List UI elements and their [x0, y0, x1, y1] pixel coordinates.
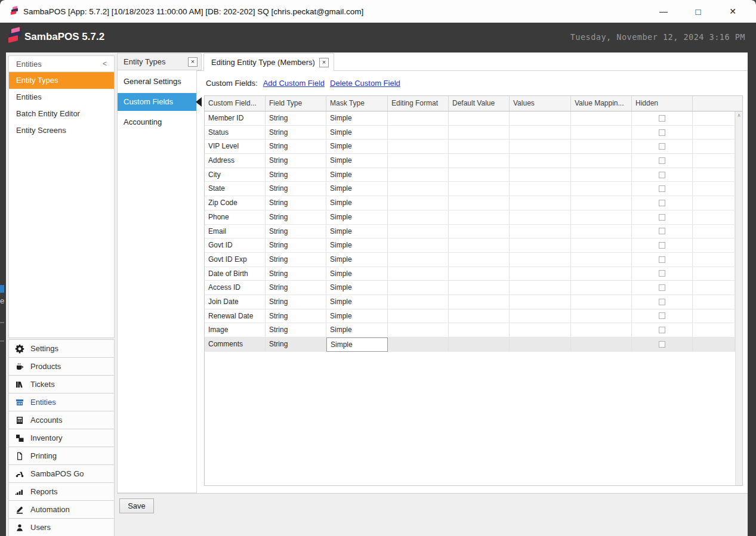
- cell-editing-format[interactable]: [388, 253, 449, 267]
- table-row[interactable]: Join DateStringSimple: [205, 295, 742, 309]
- hidden-checkbox[interactable]: [659, 129, 665, 136]
- cell-value-mappings[interactable]: [571, 225, 632, 239]
- cell-hidden[interactable]: [632, 295, 693, 309]
- cell-hidden[interactable]: [632, 196, 693, 210]
- cell-values[interactable]: [510, 126, 571, 140]
- cell-value-mappings[interactable]: [571, 126, 632, 140]
- cell-value-mappings[interactable]: [571, 168, 632, 182]
- cell-custom-field-name[interactable]: Access ID: [205, 281, 266, 295]
- cell-value-mappings[interactable]: [571, 309, 632, 324]
- cell-custom-field-name[interactable]: City: [205, 168, 266, 182]
- close-icon[interactable]: ×: [188, 57, 198, 67]
- table-row[interactable]: EmailStringSimple: [205, 225, 742, 239]
- table-row[interactable]: CommentsStringSimple: [205, 337, 742, 352]
- cell-hidden[interactable]: [632, 210, 693, 225]
- cell-editing-format[interactable]: [388, 267, 449, 281]
- cell-empty[interactable]: [693, 182, 735, 196]
- cell-custom-field-name[interactable]: Image: [205, 323, 266, 337]
- column-header-editing-format[interactable]: Editing Format: [388, 96, 449, 111]
- cell-field-type[interactable]: String: [266, 154, 326, 168]
- cell-values[interactable]: [510, 281, 571, 295]
- cell-editing-format[interactable]: [388, 111, 449, 126]
- cell-value-mappings[interactable]: [571, 281, 632, 295]
- cell-default-value[interactable]: [449, 309, 510, 324]
- cell-editing-format[interactable]: [388, 323, 449, 337]
- cell-mask-type[interactable]: Simple: [326, 196, 388, 210]
- cell-empty[interactable]: [693, 210, 735, 225]
- cell-mask-type[interactable]: Simple: [326, 267, 388, 281]
- cell-hidden[interactable]: [632, 267, 693, 281]
- tab-entity-types[interactable]: Entity Types ×: [117, 53, 202, 70]
- cell-value-mappings[interactable]: [571, 267, 632, 281]
- cell-field-type[interactable]: String: [266, 238, 326, 253]
- maximize-icon[interactable]: □: [681, 0, 715, 23]
- cell-custom-field-name[interactable]: Govt ID Exp: [205, 253, 266, 267]
- cell-default-value[interactable]: [449, 111, 510, 126]
- table-row[interactable]: Date of BirthStringSimple: [205, 267, 742, 281]
- cell-field-type[interactable]: String: [266, 196, 326, 210]
- cell-values[interactable]: [510, 267, 571, 281]
- cell-default-value[interactable]: [449, 295, 510, 309]
- cell-field-type[interactable]: String: [266, 295, 326, 309]
- hidden-checkbox[interactable]: [659, 228, 665, 234]
- cell-empty[interactable]: [693, 281, 735, 295]
- cell-editing-format[interactable]: [388, 154, 449, 168]
- cell-hidden[interactable]: [632, 337, 693, 352]
- nav-item-products[interactable]: Products: [8, 357, 115, 376]
- cell-field-type[interactable]: String: [266, 210, 326, 225]
- cell-hidden[interactable]: [632, 309, 693, 324]
- cell-value-mappings[interactable]: [571, 140, 632, 154]
- cell-mask-type[interactable]: Simple: [326, 168, 388, 182]
- cell-default-value[interactable]: [449, 168, 510, 182]
- cell-field-type[interactable]: String: [266, 309, 326, 324]
- cell-values[interactable]: [510, 225, 571, 239]
- column-header-mask-type[interactable]: Mask Type: [326, 96, 388, 111]
- cell-values[interactable]: [510, 295, 571, 309]
- section-item-custom-fields[interactable]: Custom Fields: [118, 93, 196, 111]
- cell-custom-field-name[interactable]: Join Date: [205, 295, 266, 309]
- cell-hidden[interactable]: [632, 182, 693, 196]
- column-header-empty[interactable]: [693, 96, 742, 111]
- table-row[interactable]: CityStringSimple: [205, 168, 742, 182]
- hidden-checkbox[interactable]: [659, 200, 665, 206]
- cell-editing-format[interactable]: [388, 182, 449, 196]
- table-row[interactable]: Zip CodeStringSimple: [205, 196, 742, 210]
- cell-default-value[interactable]: [449, 140, 510, 154]
- hidden-checkbox[interactable]: [659, 299, 665, 305]
- cell-values[interactable]: [510, 309, 571, 324]
- cell-default-value[interactable]: [449, 267, 510, 281]
- hidden-checkbox[interactable]: [659, 214, 665, 221]
- cell-mask-type[interactable]: Simple: [326, 281, 388, 295]
- cell-default-value[interactable]: [449, 126, 510, 140]
- cell-default-value[interactable]: [449, 281, 510, 295]
- nav-item-sambapos-go[interactable]: SambaPOS Go: [8, 464, 115, 483]
- cell-values[interactable]: [510, 154, 571, 168]
- sidebar-item-batch-entity-editor[interactable]: Batch Entity Editor: [9, 106, 114, 122]
- cell-field-type[interactable]: String: [266, 111, 326, 126]
- hidden-checkbox[interactable]: [659, 115, 665, 122]
- cell-editing-format[interactable]: [388, 295, 449, 309]
- tab-editing-entity-type[interactable]: Editing Entity Type (Members) ×: [203, 53, 334, 71]
- cell-values[interactable]: [510, 253, 571, 267]
- cell-default-value[interactable]: [449, 238, 510, 253]
- hidden-checkbox[interactable]: [659, 256, 665, 263]
- table-row[interactable]: Govt IDStringSimple: [205, 238, 742, 253]
- cell-values[interactable]: [510, 168, 571, 182]
- nav-item-entities[interactable]: Entities: [8, 393, 115, 411]
- delete-custom-field-link[interactable]: Delete Custom Field: [330, 79, 400, 88]
- cell-custom-field-name[interactable]: Renewal Date: [205, 309, 266, 324]
- cell-values[interactable]: [510, 323, 571, 337]
- cell-editing-format[interactable]: [388, 210, 449, 225]
- cell-field-type[interactable]: String: [266, 337, 326, 352]
- cell-empty[interactable]: [693, 295, 735, 309]
- cell-hidden[interactable]: [632, 126, 693, 140]
- nav-item-reports[interactable]: Reports: [8, 482, 115, 501]
- cell-field-type[interactable]: String: [266, 126, 326, 140]
- nav-item-printing[interactable]: Printing: [8, 447, 115, 465]
- hidden-checkbox[interactable]: [659, 172, 665, 178]
- nav-item-tickets[interactable]: Tickets: [8, 375, 115, 394]
- cell-empty[interactable]: [693, 337, 735, 352]
- close-icon[interactable]: ×: [319, 58, 329, 67]
- cell-mask-type[interactable]: Simple: [326, 309, 388, 324]
- cell-value-mappings[interactable]: [571, 323, 632, 337]
